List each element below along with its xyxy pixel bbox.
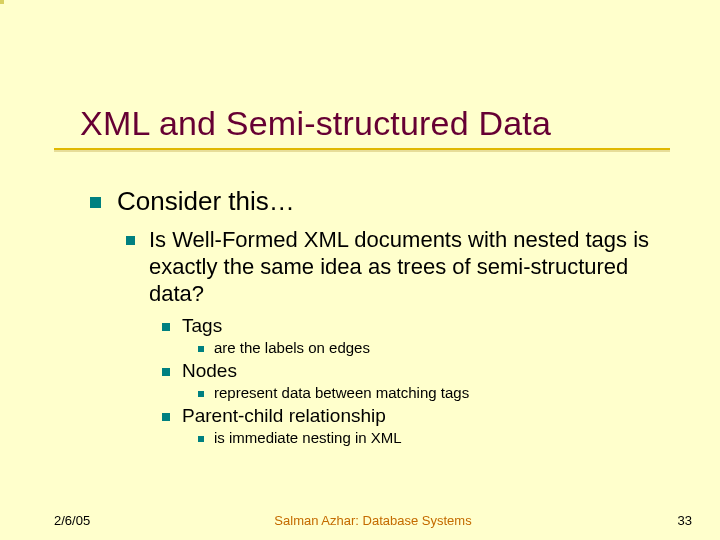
list-item: Parent-child relationship [162, 405, 680, 427]
list-item: Consider this… [90, 186, 680, 217]
square-bullet-icon [198, 391, 204, 397]
square-bullet-icon [198, 436, 204, 442]
square-bullet-icon [162, 368, 170, 376]
list-item: Tags [162, 315, 680, 337]
list-item: Nodes [162, 360, 680, 382]
lvl2-text: Is Well-Formed XML documents with nested… [149, 227, 680, 307]
list-item: Is Well-Formed XML documents with nested… [126, 227, 680, 307]
list-item: are the labels on edges [198, 339, 680, 356]
footer-date: 2/6/05 [54, 513, 90, 528]
slide-title: XML and Semi-structured Data [80, 104, 551, 143]
square-bullet-icon [126, 236, 135, 245]
lvl4-detail: are the labels on edges [214, 339, 370, 356]
slide: XML and Semi-structured Data Consider th… [0, 0, 720, 540]
square-bullet-icon [198, 346, 204, 352]
lvl3-label: Parent-child relationship [182, 405, 386, 427]
decorative-corner-dot [0, 0, 4, 4]
square-bullet-icon [162, 323, 170, 331]
lvl1-text: Consider this… [117, 186, 295, 217]
slide-footer: 2/6/05 Salman Azhar: Database Systems 33 [54, 513, 692, 528]
square-bullet-icon [90, 197, 101, 208]
lvl4-detail: represent data between matching tags [214, 384, 469, 401]
title-underline [54, 148, 670, 152]
lvl4-detail: is immediate nesting in XML [214, 429, 402, 446]
lvl3-label: Nodes [182, 360, 237, 382]
list-item: is immediate nesting in XML [198, 429, 680, 446]
list-item: represent data between matching tags [198, 384, 680, 401]
slide-content: Consider this… Is Well-Formed XML docume… [90, 186, 680, 450]
footer-page-number: 33 [678, 513, 692, 528]
lvl3-label: Tags [182, 315, 222, 337]
square-bullet-icon [162, 413, 170, 421]
footer-center: Salman Azhar: Database Systems [274, 513, 471, 528]
